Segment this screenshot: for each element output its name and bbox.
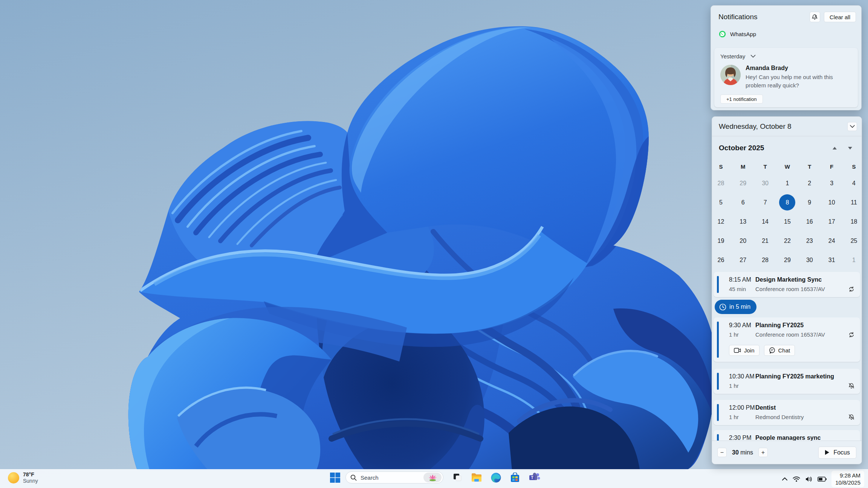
svg-text:T: T	[531, 476, 533, 480]
